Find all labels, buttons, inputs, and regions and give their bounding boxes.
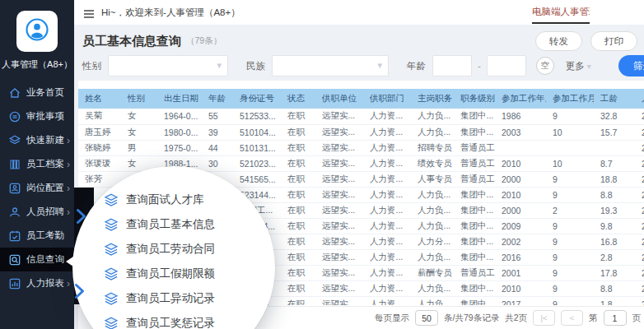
table-cell: 人力负... [411,280,454,296]
table-cell: 8.8 [594,187,635,202]
column-header[interactable]: 工龄 [594,89,635,109]
filter-submit-button[interactable]: 筛选 [618,55,644,76]
table-cell: 普通员工 [454,155,495,171]
hr-app-screen: { "colors": { "sidebar_bg": "#1b2230", "… [0,0,644,329]
table-cell: 2... [635,296,644,305]
table-cell: 人力负... [411,187,454,202]
table-cell: 人力资... [363,109,411,124]
column-header[interactable]: 职务级别 [454,89,495,109]
sidebar-item-approval[interactable]: 审批事项 [0,104,74,128]
table-row[interactable]: 吴菊女1964-0...55512533...在职远望实...人力资...人力负… [78,109,644,124]
table-cell: 张晓婷 [78,140,121,155]
column-header[interactable]: 参加工作月份 [546,89,594,109]
table-row[interactable]: 张晓婷男1975-0...44510131...在职远望实...人力资...招聘… [78,140,644,155]
submenu-item[interactable]: 查询员工假期限额 [104,262,215,286]
table-cell: 9 [546,109,594,124]
column-header[interactable]: 供职单位 [315,89,363,109]
submenu-item[interactable]: 查询员工劳动合同 [104,237,215,262]
page-number-input[interactable]: 1 [604,310,627,326]
table-cell: 17.8 [594,265,635,280]
table-cell: 8.7 [594,155,635,171]
table-cell: 普通员工 [454,140,495,155]
sidebar-item-home[interactable]: 业务首页 [0,81,74,104]
table-cell: 唐玉婷 [78,124,121,140]
table-cell: 2... [635,140,644,155]
table-cell: 2 [546,202,594,218]
table-cell: 远望实... [315,218,363,234]
table-cell: 在职 [281,249,315,265]
column-header[interactable]: 姓名 [78,89,121,109]
chevron-right-icon: › [67,160,70,169]
per-page-input[interactable]: 50 [415,310,438,326]
nation-select[interactable]: ▾ [272,55,389,76]
table-cell: 32.8 [594,109,635,124]
table-cell: 2010 [495,280,546,296]
age-max-input[interactable] [487,55,526,76]
column-header[interactable]: 入职年度 [635,89,644,109]
submenu-item[interactable]: 查询员工基本信息 [104,212,215,237]
column-header[interactable]: 年龄 [202,89,233,109]
table-cell: 9.8 [594,218,635,234]
column-header[interactable]: 供职部门 [363,89,411,109]
table-cell: 2... [635,265,644,280]
table-cell: 远望实... [315,202,363,218]
table-cell: 在职 [281,280,315,296]
page-suffix: 页 [632,313,642,324]
popup-pointer-notch [66,248,86,275]
gender-select[interactable]: ▾ [108,55,228,76]
table-cell: 远望实... [315,187,363,202]
forward-button[interactable]: 转发 [535,31,582,51]
more-filters-button[interactable]: 更多▾ [566,60,591,72]
table-cell: 1980-0... [157,124,202,140]
table-cell: 9 [546,296,594,305]
table-cell: 张瑗瑗 [78,155,121,171]
sidebar-item-search-square[interactable]: 信息查询 [0,248,74,271]
query-submenu-list: 查询面试人才库查询员工基本信息查询员工劳动合同查询员工假期限额查询员工异动记录查… [104,188,215,329]
table-cell: 在职 [281,234,315,249]
sidebar-item-calendar[interactable]: 员工考勤 [0,224,74,248]
prev-page-button[interactable]: < [561,310,583,326]
topbar-greeting: Hi~，欢迎来到-人事管理（A8+） [101,0,240,25]
page-prefix: 第 [589,313,598,324]
table-row[interactable]: 唐玉婷女1980-0...39510104...在职远望实...人力资...人力… [78,124,644,140]
table-cell: 男 [121,140,157,155]
sidebar-item-cube[interactable]: 快速新建› [0,128,74,152]
sidebar-item-post[interactable]: 岗位配置› [0,176,74,200]
column-header[interactable]: 身份证号 [233,89,281,109]
table-cell: 远望实... [315,249,363,265]
sidebar-item-recruit[interactable]: 人员招聘› [0,200,74,224]
table-cell: 人力资... [363,234,411,249]
first-page-button[interactable]: |< [533,310,555,326]
submenu-item[interactable]: 查询面试人才库 [104,188,215,212]
sidebar-item-archive[interactable]: 员工档案› [0,152,74,176]
sidebar-item-chart[interactable]: 人力报表› [0,271,74,295]
table-cell: 15.7 [594,124,635,140]
column-header[interactable]: 性别 [121,89,157,109]
table-cell: 人力资... [363,140,411,155]
print-button[interactable]: 打印 [590,31,637,51]
sidebar-item-label: 员工考勤 [26,229,64,242]
hamburger-icon[interactable] [83,7,95,22]
chevron-down-icon: ▾ [217,60,222,71]
table-cell: 集团中... [454,202,495,218]
tab-pc-hr[interactable]: 电脑端人事管理 [532,0,590,24]
submenu-item[interactable]: 查询员工异动记录 [104,286,215,311]
sidebar-item-label: 信息查询 [26,253,64,266]
column-header[interactable]: 出生日期 [157,89,202,109]
table-cell: 18.8 [594,171,635,187]
chevron-down-icon: ▾ [587,62,591,71]
table-cell: 30 [202,155,233,171]
table-header-row: 姓名性别出生日期年龄身份证号状态供职单位供职部门主岗职务职务级别参加工作年度参加… [78,89,644,109]
table-cell: 远望实... [315,234,363,249]
table-cell: 8.8 [594,280,635,296]
app-avatar-tile[interactable] [16,11,58,52]
table-cell: 招聘专员 [411,140,454,155]
submenu-item[interactable]: 查询员工奖惩记录 [104,311,215,329]
chart-icon [8,277,21,290]
column-header[interactable]: 主岗职务 [411,89,454,109]
table-cell: 远望实... [315,155,363,171]
empty-filter-button[interactable]: 空 [536,57,554,75]
column-header[interactable]: 参加工作年度 [495,89,546,109]
age-min-input[interactable] [432,55,472,76]
column-header[interactable]: 状态 [281,89,315,109]
